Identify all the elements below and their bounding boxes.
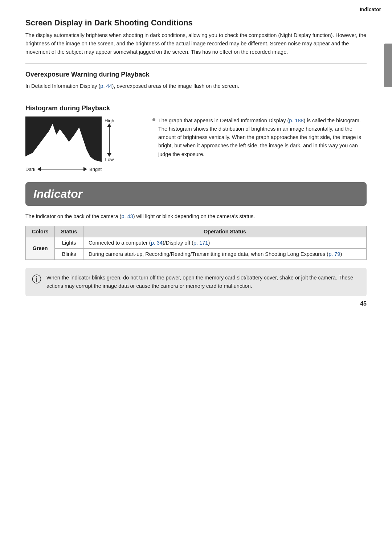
indicator-title: Indicator (33, 187, 359, 201)
col-operation-header: Operation Status (83, 226, 366, 237)
histogram-left: High Low Dark Bright (25, 116, 142, 172)
arrow-up-icon (107, 123, 111, 127)
horizontal-arrow (37, 167, 87, 171)
histogram-title: Histogram during Playback (25, 105, 367, 112)
indicator-intro-link[interactable]: p. 43 (121, 213, 133, 219)
page-number: 45 (360, 300, 367, 307)
dark-label: Dark (25, 167, 35, 172)
overexposure-body: In Detailed Information Display (p. 44),… (25, 82, 367, 90)
arrow-down-icon (107, 153, 111, 157)
arrow-h-line (41, 169, 83, 169)
arrow-v-line (109, 127, 110, 153)
indicator-header: Indicator (25, 182, 367, 206)
table-cell-operation-lights: Connected to a computer (p. 34)/Display … (83, 237, 366, 248)
table-row-lights: Green Lights Connected to a computer (p.… (26, 237, 367, 248)
screen-display-title: Screen Display in Dark Shooting Conditio… (25, 18, 367, 28)
high-label: High (105, 118, 114, 123)
histogram-diagram: High Low (25, 116, 114, 164)
arrow-left-icon (37, 167, 41, 171)
histogram-bullet: The graph that appears in Detailed Infor… (152, 116, 367, 159)
table-cell-color-green: Green (26, 237, 55, 259)
link-p79[interactable]: p. 79 (328, 251, 340, 257)
col-colors-header: Colors (26, 226, 55, 237)
arrow-right-icon (83, 167, 87, 171)
histogram-section: High Low Dark Bright (25, 116, 367, 172)
warning-icon: ⓘ (32, 274, 41, 284)
indicator-intro: The indicator on the back of the camera … (25, 212, 367, 221)
bright-label: Bright (89, 167, 102, 172)
top-right-label: Indicator (360, 7, 381, 12)
warning-text: When the indicator blinks green, do not … (46, 274, 360, 290)
table-row-blinks: Blinks During camera start-up, Recording… (26, 248, 367, 259)
warning-box: ⓘ When the indicator blinks green, do no… (25, 268, 367, 296)
histogram-graph (25, 116, 102, 164)
right-tab-decoration (384, 44, 392, 87)
vertical-arrow (107, 123, 111, 157)
divider-1 (25, 63, 367, 64)
histogram-bullet-text: The graph that appears in Detailed Infor… (158, 116, 367, 159)
divider-2 (25, 97, 367, 97)
histogram-link[interactable]: p. 188 (289, 118, 303, 123)
bullet-dot-icon (152, 118, 155, 121)
table-cell-status-blinks: Blinks (55, 248, 83, 259)
table-cell-operation-blinks: During camera start-up, Recording/Readin… (83, 248, 366, 259)
histogram-axis: High Low (105, 116, 114, 164)
link-p34[interactable]: p. 34 (151, 240, 163, 246)
overexposure-title: Overexposure Warning during Playback (25, 71, 367, 78)
indicator-table: Colors Status Operation Status Green Lig… (25, 226, 367, 260)
histogram-right: The graph that appears in Detailed Infor… (152, 116, 367, 159)
histogram-bottom-row: Dark Bright (25, 167, 102, 172)
screen-display-body: The display automatically brightens when… (25, 31, 367, 57)
table-cell-status-lights: Lights (55, 237, 83, 248)
link-p171[interactable]: p. 171 (193, 240, 208, 246)
low-label: Low (105, 157, 114, 162)
col-status-header: Status (55, 226, 83, 237)
table-header-row: Colors Status Operation Status (26, 226, 367, 237)
overexposure-link[interactable]: p. 44 (100, 83, 112, 89)
